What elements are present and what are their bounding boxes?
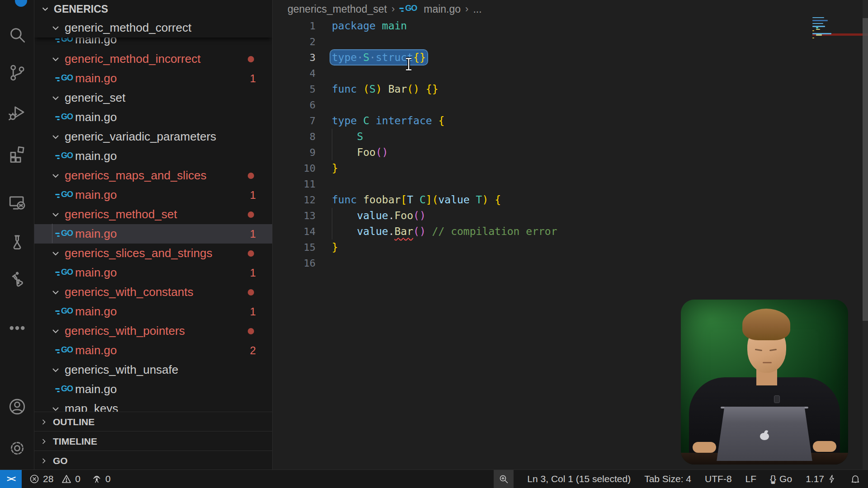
explorer-root-header[interactable]: GENERICS [34,0,272,18]
tab-size[interactable]: Tab Size: 4 [644,474,691,484]
problem-dot-badge [248,250,254,257]
section-timeline[interactable]: TIMELINE [34,431,272,451]
tree-item-generic_set[interactable]: generic_set [34,88,272,108]
tree-item-map_keys[interactable]: map_keys [34,399,272,412]
tree-item-generics_maps_and_slices[interactable]: generics_maps_and_slices [34,166,272,185]
problem-dot-badge [248,173,254,179]
zoom-indicator[interactable] [494,470,514,488]
line-number: 10 [273,160,316,176]
tree-item-label: generics_slices_and_strings [65,246,212,260]
tree-item-file[interactable]: GOmain.go2 [34,341,272,360]
code-line-5[interactable]: 5func (S) Bar() {} [273,81,809,97]
code-line-8[interactable]: 8 S [273,129,809,145]
tree-item-generics_method_set[interactable]: generics_method_set [34,205,272,224]
code-line-12[interactable]: 12func foobar[T C](value T) { [273,192,809,208]
tree-item-file[interactable]: GOmain.go1 [34,263,272,282]
tree-item-generics_with_pointers[interactable]: generics_with_pointers [34,321,272,341]
tree-item-file[interactable]: GOmain.go1 [34,185,272,205]
error-count: 28 [43,474,53,484]
code-line-9[interactable]: 9 Foo() [273,145,809,160]
minimap-line-mark [812,38,814,38]
tree-item-label: generic_method_incorrect [65,52,201,66]
more-actions-icon[interactable] [7,318,27,338]
problem-count-badge: 1 [250,72,256,85]
code-line-4[interactable]: 4 [273,66,809,81]
remote-explorer-icon[interactable] [7,193,27,213]
search-icon[interactable] [7,25,27,45]
breadcrumb-file[interactable]: main.go [424,3,461,15]
minimap-line-mark [812,33,831,34]
tree-item-generic_method_incorrect[interactable]: generic_method_incorrect [34,49,272,69]
code-area[interactable]: 1package main23type·S·struct{}45func (S)… [273,18,809,271]
line-number: 9 [273,145,316,160]
tree-item-file[interactable]: GOmain.go [34,146,272,166]
line-number: 6 [273,97,316,113]
run-and-debug-icon[interactable] [7,103,27,123]
problem-count-badge: 1 [250,305,256,318]
line-number: 11 [273,176,316,192]
problems-button[interactable]: 28 0 [29,474,80,484]
go-file-icon: GO [55,228,74,240]
chevron-down-icon [50,93,61,103]
chevron-down-icon [50,170,61,181]
code-line-11[interactable]: 11 [273,176,809,192]
minimap-line-mark [812,17,824,18]
section-outline[interactable]: OUTLINE [34,412,272,432]
tree-item-generics_with_unsafe[interactable]: generics_with_unsafe [34,360,272,380]
section-go[interactable]: GO [34,450,272,470]
account-icon[interactable] [7,397,27,417]
tree-item-file[interactable]: GOmain.go1 [34,69,272,88]
go-file-icon: GO [55,345,74,357]
source-control-icon[interactable] [7,63,27,83]
cursor-position[interactable]: Ln 3, Col 1 (15 selected) [527,474,631,484]
extensions-icon[interactable] [7,144,27,164]
language-mode[interactable]: {} Go [770,474,792,484]
code-line-16[interactable]: 16 [273,255,809,271]
code-line-1[interactable]: 1package main [273,18,809,34]
tree-item-generic_method_correct[interactable]: generic_method_correct [34,18,272,38]
chevron-down-icon [50,326,61,337]
tree-item-file[interactable]: GOmain.go [34,108,272,127]
encoding[interactable]: UTF-8 [705,474,732,484]
code-line-3[interactable]: 3type·S·struct{} [273,50,809,66]
notifications-bell[interactable] [850,474,861,484]
tree-item-generics_with_constants[interactable]: generics_with_constants [34,282,272,302]
code-line-14[interactable]: 14 value.Bar() // compilation error [273,224,809,239]
line-number: 12 [273,192,316,208]
problem-count-badge: 1 [250,189,256,202]
breadcrumb: generics_method_set › GO main.go › ... [273,0,868,18]
testing-beaker-icon[interactable] [7,232,27,252]
tree-item-label: generics_with_unsafe [65,363,179,377]
tree-item-label: main.go [75,382,117,396]
ports-button[interactable]: 0 [91,474,111,484]
tree-item-label: generics_with_pointers [65,324,185,338]
code-line-2[interactable]: 2 [273,34,809,50]
tree-item-label: main.go [75,188,117,202]
breadcrumb-symbol[interactable]: ... [473,3,481,15]
tree-sticky-row[interactable]: generic_method_correct [34,18,272,38]
line-number: 2 [273,34,316,50]
experiments-flask-icon[interactable] [7,270,27,290]
code-line-13[interactable]: 13 value.Foo() [273,208,809,224]
go-version[interactable]: 1.17 [806,474,836,484]
breadcrumb-folder[interactable]: generics_method_set [288,3,387,15]
breadcrumb-separator: › [392,3,395,15]
tree-item-file[interactable]: GOmain.go1 [34,224,272,244]
chevron-down-icon [50,54,61,65]
chevron-right-icon [39,418,48,427]
code-line-10[interactable]: 10} [273,160,809,176]
minimap[interactable] [812,0,868,316]
tree-item-generics_slices_and_strings[interactable]: generics_slices_and_strings [34,244,272,263]
tree-item-file[interactable]: GOmain.go1 [34,302,272,321]
tree-item-generic_variadic_parameters[interactable]: generic_variadic_parameters [34,127,272,146]
code-line-7[interactable]: 7type C interface { [273,113,809,129]
error-icon [29,474,40,484]
eol-indicator[interactable]: LF [745,474,757,484]
tree-item-file[interactable]: GOmain.go [34,380,272,399]
remote-indicator[interactable]: >< [0,470,22,488]
settings-gear-icon[interactable] [7,438,27,458]
bell-icon [850,474,861,484]
code-line-6[interactable]: 6 [273,97,809,113]
language-label: Go [779,474,792,484]
code-line-15[interactable]: 15} [273,239,809,255]
